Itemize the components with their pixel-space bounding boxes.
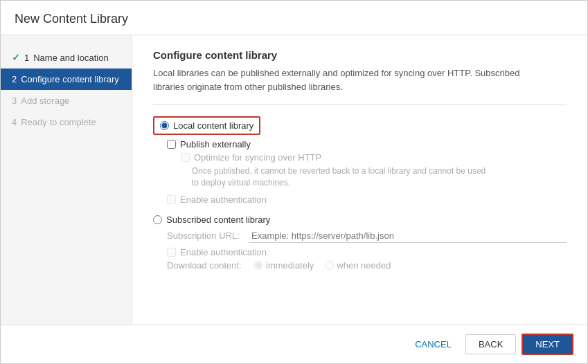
subscribed-library-radio[interactable] [153, 215, 162, 224]
local-library-radio[interactable] [160, 121, 169, 130]
optimize-http-label: Optimize for syncing over HTTP [194, 152, 321, 163]
section-title: Configure content library [153, 49, 567, 61]
optimize-http-checkbox [181, 153, 190, 162]
immediately-option[interactable]: immediately [254, 260, 314, 271]
publish-externally-option[interactable]: Publish externally [153, 139, 567, 149]
enable-auth-local-label: Enable authentication [180, 194, 267, 205]
publish-externally-checkbox[interactable] [167, 140, 176, 149]
sidebar-step-label-3: Add storage [21, 95, 69, 106]
enable-auth-local-checkbox [167, 195, 176, 204]
subscribed-library-option[interactable]: Subscribed content library [153, 215, 567, 225]
dialog-body: ✓ 1 Name and location 2 Configure conten… [1, 35, 587, 325]
cancel-button[interactable]: CANCEL [407, 335, 460, 354]
subscription-url-row: Subscription URL: [153, 229, 567, 243]
next-button[interactable]: NEXT [522, 334, 573, 355]
dialog-title: New Content Library [1, 1, 587, 35]
sidebar-step-number-2: 2 [12, 74, 17, 84]
sidebar-step-number-1: 1 [24, 53, 29, 63]
enable-auth-sub-checkbox [167, 248, 176, 257]
publish-externally-label: Publish externally [180, 139, 251, 149]
local-library-label: Local content library [173, 120, 253, 131]
checkmark-icon: ✓ [12, 52, 20, 63]
enable-auth-sub-label: Enable authentication [180, 247, 267, 257]
sidebar-step-label-2: Configure content library [21, 74, 119, 84]
sidebar-step-number-3: 3 [12, 95, 17, 106]
optimize-http-row: Optimize for syncing over HTTP [181, 152, 567, 163]
local-library-option[interactable]: Local content library [153, 116, 260, 135]
section-description: Local libraries can be published externa… [153, 66, 567, 93]
sidebar: ✓ 1 Name and location 2 Configure conten… [1, 35, 132, 325]
immediately-label: immediately [266, 260, 314, 271]
optimize-http-option: Optimize for syncing over HTTP [153, 152, 567, 163]
sidebar-step-label-4: Ready to complete [21, 117, 96, 127]
back-button[interactable]: BACK [465, 334, 516, 354]
sidebar-step-2[interactable]: 2 Configure content library [1, 69, 132, 90]
local-library-option-group: Local content library Publish externally… [153, 116, 567, 205]
new-content-library-dialog: New Content Library ✓ 1 Name and locatio… [0, 0, 588, 364]
when-needed-radio [325, 261, 334, 270]
enable-auth-local-option: Enable authentication [153, 194, 567, 205]
download-content-row: Download content: immediately when neede… [153, 260, 567, 271]
sidebar-step-4: 4 Ready to complete [1, 111, 132, 133]
immediately-radio [254, 261, 263, 270]
subscription-url-input[interactable] [249, 229, 567, 243]
optimize-note: Once published, it cannot be reverted ba… [153, 165, 567, 189]
dialog-footer: CANCEL BACK NEXT [1, 325, 587, 363]
subscription-url-label: Subscription URL: [167, 230, 243, 241]
sidebar-step-label-1: Name and location [33, 53, 108, 63]
when-needed-option[interactable]: when needed [325, 260, 391, 271]
download-options: immediately when needed [254, 260, 391, 271]
download-content-label: Download content: [167, 260, 243, 271]
section-divider [153, 104, 567, 105]
when-needed-label: when needed [337, 260, 391, 271]
sidebar-step-3: 3 Add storage [1, 90, 132, 111]
sidebar-step-1[interactable]: ✓ 1 Name and location [1, 46, 132, 69]
main-content: Configure content library Local librarie… [132, 35, 587, 325]
subscribed-library-label: Subscribed content library [166, 215, 270, 225]
enable-auth-sub-option: Enable authentication [153, 247, 567, 257]
subscribed-library-option-group: Subscribed content library Subscription … [153, 215, 567, 271]
sidebar-step-number-4: 4 [12, 117, 17, 127]
